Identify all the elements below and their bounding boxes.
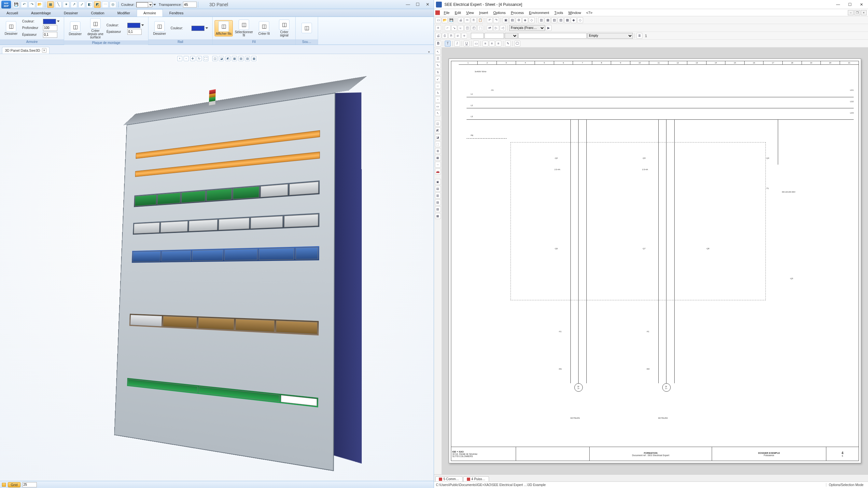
t2-d-icon[interactable]: ⟀ bbox=[458, 25, 464, 31]
ribbon-tab-assemblage[interactable]: Assemblage bbox=[24, 9, 57, 17]
tb-a-icon[interactable]: ▣ bbox=[503, 17, 508, 23]
qat-tool4-icon[interactable]: ⋯ bbox=[102, 1, 108, 8]
document-tab[interactable]: 3D Panel Data.See3D ✕ bbox=[2, 47, 50, 54]
ribbon-button[interactable]: ◫Dessiner bbox=[66, 21, 84, 36]
ribbon-tab-fenêtres[interactable]: Fenêtres bbox=[163, 9, 190, 17]
tb-i-icon[interactable]: ▨ bbox=[558, 17, 564, 23]
viewmode6-icon[interactable]: ▨ bbox=[245, 56, 250, 61]
menu-window[interactable]: Window bbox=[565, 9, 584, 16]
pan-icon[interactable]: ✥ bbox=[190, 56, 195, 61]
viewmode5-icon[interactable]: ▧ bbox=[238, 56, 244, 61]
ribbon-tab-cotation[interactable]: Cotation bbox=[84, 9, 111, 17]
mdi-close-icon[interactable]: × bbox=[861, 10, 867, 15]
t2-h-icon[interactable]: ⇄ bbox=[487, 25, 493, 31]
align-center-icon[interactable]: ≡ bbox=[489, 41, 495, 46]
menu-insert[interactable]: Insert bbox=[477, 9, 491, 16]
t2-i-icon[interactable]: ▷ bbox=[493, 25, 499, 31]
close-button[interactable]: ✕ bbox=[423, 1, 432, 8]
ribbon-button[interactable]: ◫Créer depuis une surface bbox=[86, 18, 104, 40]
tb-l-icon[interactable]: ◇ bbox=[577, 17, 583, 23]
qat-save-icon[interactable]: 💾 bbox=[13, 1, 20, 8]
t4-box-icon[interactable]: ▭ bbox=[473, 41, 479, 46]
ribbon-button[interactable]: ◫Afficher fils bbox=[215, 20, 233, 36]
maximize-button[interactable]: ☐ bbox=[845, 1, 854, 8]
qat-color-dropdown[interactable] bbox=[136, 2, 152, 7]
copy-icon[interactable]: ⎘ bbox=[471, 17, 477, 23]
viewmode4-icon[interactable]: ▦ bbox=[232, 56, 237, 61]
close-button[interactable]: ✕ bbox=[857, 1, 866, 8]
ribbon-button[interactable]: ◫Dessiner bbox=[150, 21, 169, 36]
qat-transparency-input[interactable] bbox=[183, 2, 197, 7]
number-input[interactable] bbox=[127, 29, 142, 35]
qat-redo-icon[interactable]: ↷ bbox=[29, 1, 35, 8]
t3-b-icon[interactable]: ⎘ bbox=[448, 33, 454, 39]
menu-environment[interactable]: Environment bbox=[526, 9, 552, 16]
qat-grid-icon[interactable]: ▦ bbox=[47, 1, 54, 8]
mdi-restore-icon[interactable]: ❐ bbox=[854, 10, 860, 15]
vt-l-icon[interactable]: ⬚ bbox=[435, 141, 441, 147]
number-input[interactable] bbox=[43, 32, 57, 38]
vt-j-icon[interactable]: ◩ bbox=[435, 128, 441, 133]
qat-tool1-icon[interactable]: ↗ bbox=[71, 1, 77, 8]
vt-c-icon[interactable]: ↯ bbox=[435, 69, 441, 75]
layer-icon[interactable]: ≣ bbox=[637, 33, 642, 39]
qat-tool3-icon[interactable]: ◧ bbox=[86, 1, 93, 8]
vt-m-icon[interactable]: ⊞ bbox=[435, 148, 441, 154]
vt-f-icon[interactable]: ⎓ bbox=[435, 97, 441, 102]
sheet-tab-4[interactable]: 4 Puiss… bbox=[463, 476, 489, 482]
ribbon-button[interactable]: ◫ bbox=[298, 22, 316, 34]
t2-a-icon[interactable]: ≡ bbox=[435, 25, 441, 31]
minimize-button[interactable]: — bbox=[834, 1, 843, 8]
print-icon[interactable]: 🖨 bbox=[458, 17, 464, 23]
align-right-icon[interactable]: ≡ bbox=[496, 41, 501, 46]
t4-misc2-icon[interactable]: 🖵 bbox=[515, 41, 520, 46]
tb-h-icon[interactable]: ▧ bbox=[551, 17, 557, 23]
color-dropdown[interactable] bbox=[127, 23, 140, 28]
cut-icon[interactable]: ✂ bbox=[464, 17, 470, 23]
vt-t-icon[interactable]: ▧ bbox=[435, 199, 441, 205]
color-dropdown[interactable] bbox=[43, 19, 56, 24]
tb-e-icon[interactable]: ◇ bbox=[529, 17, 535, 23]
viewmode7-icon[interactable]: ▩ bbox=[251, 56, 256, 61]
menu-process[interactable]: Process bbox=[508, 9, 526, 16]
tb-c-icon[interactable]: ⚙ bbox=[516, 17, 522, 23]
ribbon-button[interactable]: ◫Créer signal bbox=[275, 19, 293, 38]
cabinet-3d-model[interactable] bbox=[114, 93, 335, 471]
ribbon-tab-modifier[interactable]: Modifier bbox=[111, 9, 136, 17]
schematic[interactable]: 3x400V 50Hz L1 L2 L3 PE -X1 LD1 LD2 LD3 … bbox=[459, 67, 858, 444]
style-select[interactable]: Empty bbox=[587, 33, 633, 39]
undo2-icon[interactable]: ↶ bbox=[487, 17, 493, 23]
t2-b-icon[interactable]: ⌐ bbox=[445, 25, 451, 31]
lang-apply-icon[interactable]: ▶ bbox=[546, 25, 552, 31]
menu-[interactable]: <?> bbox=[584, 9, 595, 16]
italic-icon[interactable]: I bbox=[454, 41, 460, 46]
zoom-in-icon[interactable]: + bbox=[177, 56, 182, 61]
tab-overflow-icon[interactable]: ▾ bbox=[426, 50, 432, 54]
redo2-icon[interactable]: ↷ bbox=[493, 17, 499, 23]
text-input[interactable] bbox=[518, 33, 587, 39]
qat-tool5-icon[interactable]: ◎ bbox=[110, 1, 116, 8]
font-size-input[interactable] bbox=[471, 33, 484, 39]
align-left-icon[interactable]: ≡ bbox=[483, 41, 488, 46]
qat-open-icon[interactable]: 📂 bbox=[36, 1, 43, 8]
t3-c-icon[interactable]: ⎚ bbox=[455, 33, 461, 39]
tb-j-icon[interactable]: ▩ bbox=[564, 17, 570, 23]
vt-i-icon[interactable]: ◫ bbox=[435, 121, 441, 127]
drawing-sheet[interactable]: 123456789101112131415161718192021 3x400V… bbox=[448, 59, 861, 463]
t4-misc-icon[interactable]: ✎ bbox=[505, 41, 511, 46]
vt-p-icon[interactable]: 🚗 bbox=[435, 168, 441, 174]
t3-print-icon[interactable]: 🖨 bbox=[435, 33, 441, 39]
qat-tool2-icon[interactable]: ⤢ bbox=[79, 1, 85, 8]
vt-k-icon[interactable]: ◪ bbox=[435, 134, 441, 140]
zoom-out-icon[interactable]: − bbox=[184, 56, 189, 61]
vt-h-icon[interactable]: ↖ bbox=[435, 110, 441, 116]
grid-toggle[interactable]: Grid bbox=[8, 482, 21, 487]
vt-v-icon[interactable]: ▩ bbox=[435, 213, 441, 219]
vt-n-icon[interactable]: ▦ bbox=[435, 155, 441, 161]
viewmode2-icon[interactable]: ◪ bbox=[219, 56, 224, 61]
qat-ortho-icon[interactable]: ╲ bbox=[55, 1, 62, 8]
ribbon-button[interactable]: ◫Sélectionner fil bbox=[235, 19, 253, 38]
t2-j-icon[interactable]: ◁ bbox=[500, 25, 506, 31]
color-dropdown[interactable] bbox=[191, 26, 205, 31]
language-select[interactable]: Français (Franc… bbox=[509, 25, 545, 31]
